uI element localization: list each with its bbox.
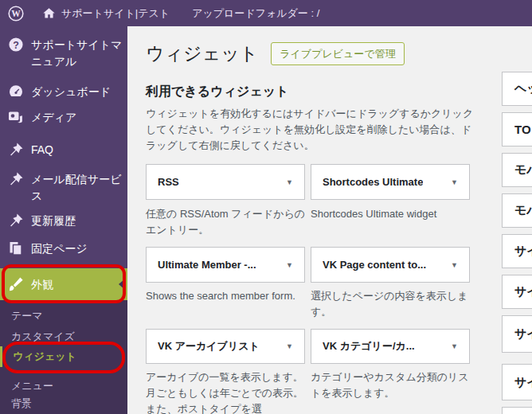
widget-area-mobile-1[interactable]: モバ: [502, 153, 532, 187]
widget-area-label: モバ: [514, 203, 532, 218]
widget-area-label: モバ: [514, 162, 532, 178]
current-menu-arrow-icon: [119, 279, 125, 290]
widget-card-vk-archive-list[interactable]: VK アーカイブリスト ▼: [146, 329, 305, 364]
page-header: ウィジェット ライブプレビューで管理: [146, 42, 405, 65]
widget-card-shortcodes-ultimate[interactable]: Shortcodes Ultimate ▼: [311, 164, 470, 200]
pages-icon: [8, 240, 24, 256]
manage-with-live-preview-button[interactable]: ライブプレビューで管理: [271, 42, 404, 65]
wordpress-logo-icon[interactable]: W: [0, 0, 32, 26]
sidebar-item-label: 外観: [31, 275, 125, 293]
appearance-submenu: テーマ カスタマイズ ウィジェット メニュー 背景: [0, 300, 127, 414]
sidebar-item-media[interactable]: メディア: [0, 108, 127, 126]
widget-area-side-4[interactable]: サイ: [502, 364, 532, 400]
pushpin-icon: [8, 171, 24, 187]
pushpin-icon: [8, 142, 24, 158]
upload-folder-label[interactable]: アップロードフォルダー : /: [192, 6, 319, 21]
submenu-item-widgets[interactable]: ウィジェット: [0, 346, 127, 367]
home-icon: [42, 6, 56, 20]
upload-folder-menu[interactable]: アップロードフォルダー : /: [185, 0, 327, 26]
widget-area-mobile-2[interactable]: モバ: [502, 193, 532, 228]
sidebar-item-mail-service[interactable]: メール配信サービス: [0, 170, 127, 205]
widget-name: Ultimate Member -...: [158, 259, 256, 271]
widget-description: 選択したページの内容を表示します。: [311, 288, 474, 320]
widget-description: Shows the search member form.: [146, 288, 309, 304]
admin-menu: ? サポートサイトマニュアル ダッシュボード メディア FAQ: [0, 26, 127, 414]
sidebar-item-label: ダッシュボード: [31, 83, 125, 100]
widget-area-side-1[interactable]: サイ: [502, 234, 532, 268]
sidebar-item-label: 更新履歴: [31, 212, 125, 229]
submenu-item-customize[interactable]: カスタマイズ: [0, 329, 127, 345]
page-title: ウィジェット: [146, 42, 258, 65]
sidebar-item-pages[interactable]: 固定ページ: [0, 240, 127, 257]
submenu-item-menus[interactable]: メニュー: [0, 378, 127, 394]
chevron-down-icon[interactable]: ▼: [286, 342, 293, 350]
svg-text:W: W: [11, 9, 21, 18]
sidebar-item-faq[interactable]: FAQ: [0, 141, 127, 158]
widget-area-side-2[interactable]: サイ: [502, 275, 532, 309]
widget-description: Shortcodes Ultimate widget: [311, 206, 474, 222]
widget-name: VK カテゴリー/カ...: [323, 339, 415, 353]
widget-card-vk-category[interactable]: VK カテゴリー/カ... ▼: [311, 329, 470, 364]
available-widgets-description: ウィジェットを有効化するにはサイドバーにドラッグするかクリックしてください。ウィ…: [146, 106, 477, 154]
available-widgets-heading: 利用できるウィジェット: [146, 84, 288, 100]
site-name[interactable]: サポートサイト|テスト: [61, 6, 170, 21]
widget-card-vk-page-content[interactable]: VK Page content to... ▼: [311, 247, 470, 283]
widget-description: アーカイブの一覧を表示します。月ごともしくは年ごとでの表示。また、ポストタイプを…: [146, 369, 309, 414]
sidebar-item-dashboard[interactable]: ダッシュボード: [0, 83, 127, 100]
widget-name: RSS: [158, 176, 179, 188]
sidebar-item-support-manual[interactable]: ? サポートサイトマニュアル: [0, 36, 127, 70]
widget-area-label: サイ: [514, 244, 532, 259]
chevron-down-icon[interactable]: ▼: [451, 342, 458, 350]
pushpin-icon: [8, 213, 24, 228]
widget-area-partial[interactable]: [502, 407, 532, 414]
wordpress-admin-screen: W サポートサイト|テスト アップロードフォルダー : / ? サポートサイトマ…: [0, 0, 532, 414]
chevron-down-icon[interactable]: ▼: [451, 178, 458, 186]
submenu-item-background[interactable]: 背景: [0, 396, 127, 412]
chevron-down-icon[interactable]: ▼: [286, 178, 293, 186]
sidebar-item-label: メール配信サービス: [31, 170, 125, 205]
paintbrush-icon: [8, 276, 24, 292]
admin-bar: W サポートサイト|テスト アップロードフォルダー : /: [0, 0, 532, 26]
widget-description: 任意の RSS/Atom フィードからのエントリー。: [146, 206, 309, 238]
main-content: ウィジェット ライブプレビューで管理 利用できるウィジェット ウィジェットを有効…: [127, 26, 532, 414]
media-icon: [8, 109, 24, 125]
widget-card-ultimate-member[interactable]: Ultimate Member -... ▼: [146, 247, 305, 283]
widget-area-label: ヘッ: [514, 81, 532, 96]
svg-text:?: ?: [13, 40, 19, 51]
wordpress-logo-icon: W: [7, 5, 25, 22]
widget-area-label: サイ: [514, 284, 532, 299]
widget-name: VK Page content to...: [323, 259, 426, 271]
sidebar-item-label: FAQ: [31, 141, 125, 158]
submenu-item-themes[interactable]: テーマ: [0, 308, 127, 324]
admin-bar-site-menu[interactable]: サポートサイト|テスト: [32, 0, 177, 26]
widget-name: VK アーカイブリスト: [158, 339, 260, 353]
widget-area-side-3[interactable]: サイ: [502, 315, 532, 353]
widget-area-label: TO: [514, 123, 531, 136]
widget-name: Shortcodes Ultimate: [323, 176, 423, 188]
widget-area-top[interactable]: TO: [502, 112, 532, 146]
dashboard-icon: [8, 84, 24, 100]
widget-area-label: サイ: [514, 375, 532, 390]
sidebar-item-label: メディア: [31, 108, 125, 126]
sidebar-item-label: 固定ページ: [31, 240, 125, 257]
widget-area-label: サイ: [514, 326, 532, 342]
sidebar-item-update-history[interactable]: 更新履歴: [0, 212, 127, 229]
chevron-down-icon[interactable]: ▼: [286, 261, 293, 269]
chevron-down-icon[interactable]: ▼: [451, 261, 458, 269]
question-icon: ?: [8, 37, 24, 53]
widget-card-rss[interactable]: RSS ▼: [146, 164, 305, 200]
widget-area-header[interactable]: ヘッ: [502, 72, 532, 106]
sidebar-item-label: サポートサイトマニュアル: [31, 36, 125, 70]
sidebar-item-appearance[interactable]: 外観: [0, 268, 127, 300]
widget-description: カテゴリーやカスタム分類のリストを表示します。: [311, 369, 474, 401]
